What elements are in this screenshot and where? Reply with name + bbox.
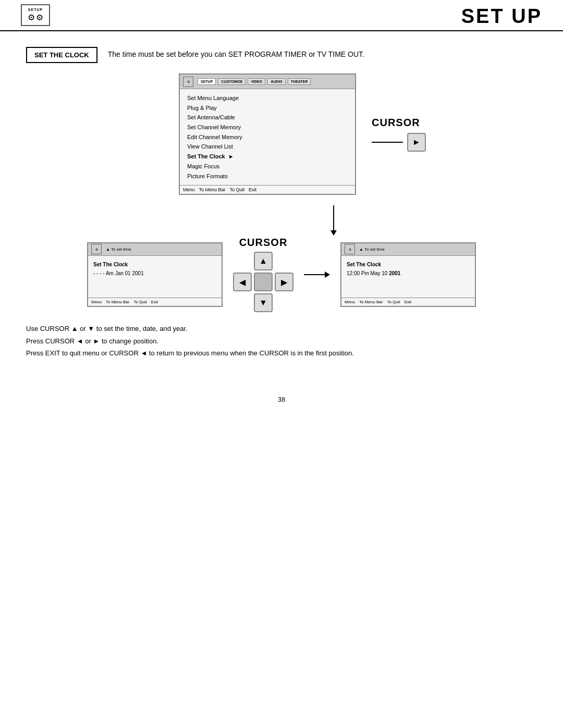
setup-logo: SETUP ⚙ ⚙ [21, 4, 50, 26]
right-tv-gear: ⚙ [349, 248, 351, 251]
instruction-line-1: Use CURSOR ▲ or ▼ to set the time, date,… [26, 323, 537, 335]
menu-item-view-channel: View Channel List [187, 142, 348, 152]
diagram-area: ⚙ SETUP CUSTOMIZE VIDEO AUDIO THEATER Se… [26, 73, 537, 312]
menu-item-antenna: Set Antenna/Cable [187, 113, 348, 122]
bottom-menu: Menu [183, 187, 195, 192]
set-clock-badge: SET THE CLOCK [26, 47, 97, 63]
menu-item-language: Set Menu Language [187, 93, 348, 103]
tv-tab-theater: THEATER [288, 78, 311, 85]
down-connector-area [26, 205, 537, 231]
cursor-line-right [372, 142, 403, 143]
tv-tab-customize: CUSTOMIZE [218, 78, 246, 85]
cursor-center [254, 273, 273, 291]
right-tv-container: ⚙ ▲ To set time Set The Clock 12:00 Pm M… [340, 242, 476, 307]
cursor-label-top: CURSOR [372, 117, 420, 129]
menu-item-set-clock: Set The Clock ► [187, 152, 348, 162]
bottom-to-quit: To Quit [230, 187, 245, 192]
right-tv-top-bar: ⚙ ▲ To set time [341, 243, 475, 256]
left-tv-instruction: ▲ To set time [106, 247, 131, 252]
cursor-cluster: ▲ ◀ ▶ ▼ [233, 252, 293, 312]
right-bottom-menu: Menu [345, 300, 355, 304]
bottom-exit: Exit [249, 187, 256, 192]
right-tv-title: Set The Clock [347, 260, 470, 269]
main-tv-bottom-bar: Menu To Menu Bar To Quit Exit [180, 185, 355, 194]
left-tv-screen: ⚙ ▲ To set time Set The Clock - - - - Am… [87, 242, 223, 307]
set-clock-row: SET THE CLOCK The time must be set befor… [26, 47, 537, 63]
cursor-right-center-button[interactable]: ▶ [275, 273, 293, 291]
right-bottom-exit: Exit [405, 300, 411, 304]
cursor-down-button[interactable]: ▼ [254, 293, 273, 312]
cursor-right-button[interactable]: ► [407, 133, 426, 152]
connector-line-right [304, 274, 325, 275]
left-tv-value: - - - - Am Jan 01 2001 [93, 269, 216, 278]
main-tv-menu-items: Set Menu Language Plug & Play Set Antenn… [180, 89, 355, 185]
cursor-label-middle: CURSOR [239, 237, 288, 249]
left-bottom-exit: Exit [151, 300, 158, 304]
left-tv-logo: ⚙ [91, 244, 102, 254]
logo-setup-text: SETUP [28, 8, 43, 11]
menu-item-channel-memory: Set Channel Memory [187, 122, 348, 132]
cursor-down-row: ▼ [254, 293, 273, 312]
tv-logo-icon: ⚙ [183, 77, 193, 87]
cursor-left-button[interactable]: ◀ [233, 273, 252, 291]
bottom-diagram-row: ⚙ ▲ To set time Set The Clock - - - - Am… [26, 237, 537, 312]
gear-icon: ⚙ [28, 13, 35, 22]
right-tv-instruction: ▲ To set time [359, 247, 385, 252]
menu-item-plug: Plug & Play [187, 103, 348, 113]
right-bottom-to-menu-bar: To Menu Bar [359, 300, 383, 304]
main-content: SET THE CLOCK The time must be set befor… [0, 31, 563, 375]
instructions-block: Use CURSOR ▲ or ▼ to set the time, date,… [26, 323, 537, 359]
cursor-up-button[interactable]: ▲ [254, 252, 273, 270]
menu-item-picture-formats: Picture Formats [187, 171, 348, 181]
menu-item-magic-focus: Magic Focus [187, 162, 348, 171]
cursor-arrow-right-area: ► [372, 133, 426, 152]
main-tv-top-bar: ⚙ SETUP CUSTOMIZE VIDEO AUDIO THEATER [180, 75, 355, 89]
cursor-up-row: ▲ [254, 252, 273, 270]
arrow-right-head [325, 272, 330, 278]
gear-icon-2: ⚙ [36, 13, 43, 22]
cursor-label-top-area: CURSOR ► [372, 117, 426, 152]
left-tv-top-bar: ⚙ ▲ To set time [88, 243, 222, 256]
tv-tab-audio: AUDIO [267, 78, 286, 85]
main-tv-screen: ⚙ SETUP CUSTOMIZE VIDEO AUDIO THEATER Se… [179, 73, 356, 195]
down-connector [333, 205, 334, 231]
right-tv-screen: ⚙ ▲ To set time Set The Clock 12:00 Pm M… [340, 242, 476, 307]
right-connector [304, 272, 330, 278]
menu-item-edit-channel: Edit Channel Memory [187, 132, 348, 142]
left-tv-menu: Set The Clock - - - - Am Jan 01 2001 [88, 256, 222, 298]
cursor-cluster-area: CURSOR ▲ ◀ ▶ ▼ [233, 237, 293, 312]
top-diagram-row: ⚙ SETUP CUSTOMIZE VIDEO AUDIO THEATER Se… [26, 73, 537, 195]
right-tv-logo: ⚙ [345, 244, 355, 254]
tv-gear-icon: ⚙ [187, 80, 190, 83]
right-tv-bottom-bar: Menu To Menu Bar To Quit Exit [341, 298, 475, 306]
tv-tab-video: VIDEO [248, 78, 265, 85]
right-tv-menu: Set The Clock 12:00 Pm May 10 2001 [341, 256, 475, 298]
left-tv-title: Set The Clock [93, 260, 216, 269]
left-tv-container: ⚙ ▲ To set time Set The Clock - - - - Am… [87, 242, 223, 307]
page-header: SETUP ⚙ ⚙ SET UP [0, 0, 563, 31]
set-clock-description: The time must be set before you can SET … [108, 47, 364, 58]
left-tv-bottom-bar: Menu To Menu Bar To Quit Exit [88, 298, 222, 306]
page-number: 38 [0, 396, 563, 414]
page-title: SET UP [461, 5, 542, 28]
main-tv-container: ⚙ SETUP CUSTOMIZE VIDEO AUDIO THEATER Se… [179, 73, 356, 195]
right-bottom-to-quit: To Quit [387, 300, 400, 304]
right-tv-value: 12:00 Pm May 10 2001 [347, 269, 470, 278]
cursor-middle-row: ◀ ▶ [233, 273, 293, 291]
left-bottom-menu: Menu [91, 300, 102, 304]
left-tv-gear: ⚙ [95, 248, 98, 251]
left-bottom-to-menu-bar: To Menu Bar [106, 300, 129, 304]
logo-icons: ⚙ ⚙ [28, 13, 43, 22]
tv-tab-setup: SETUP [198, 78, 216, 85]
bottom-to-menu-bar: To Menu Bar [199, 187, 226, 192]
left-bottom-to-quit: To Quit [133, 300, 146, 304]
instruction-line-2: Press CURSOR ◄ or ► to change position. [26, 335, 537, 347]
instruction-line-3: Press EXIT to quit menu or CURSOR ◄ to r… [26, 347, 537, 359]
